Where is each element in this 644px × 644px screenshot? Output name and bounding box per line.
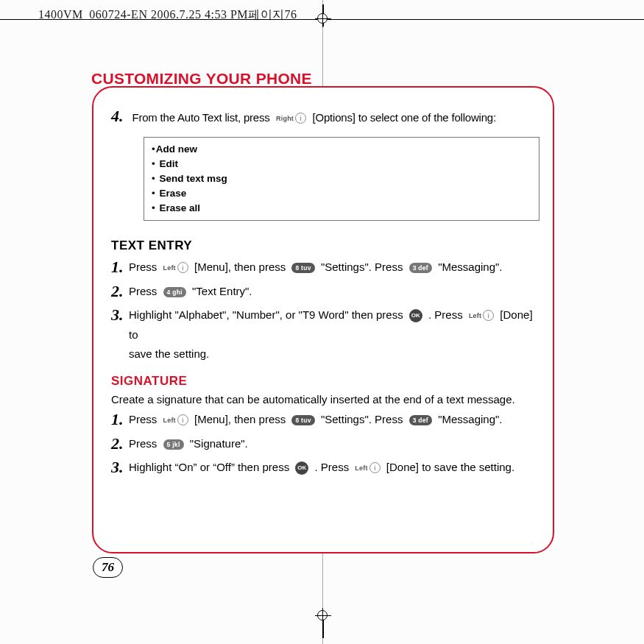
signature-steps: 1. Press Lefti [Menu], then press 8 tuv …: [111, 410, 535, 478]
key-8-icon: 8 tuv: [291, 263, 314, 273]
section-heading-text-entry: TEXT ENTRY: [111, 238, 535, 253]
ok-key-icon: OK: [295, 461, 308, 475]
ok-key-icon: OK: [409, 309, 422, 322]
step-2: 2. Press 4 ghi "Text Entry".: [111, 282, 535, 301]
option-item: Erase: [152, 186, 531, 201]
left-softkey-icon: Lefti: [355, 459, 380, 478]
file-slug: 1400VM_060724-EN 2006.7.25 4:53 PM페이지76: [38, 7, 297, 23]
registration-mark-icon: [317, 610, 328, 620]
step-4: 4. From the Auto Text list, press Righti…: [111, 105, 535, 130]
step-1: 1. Press Lefti [Menu], then press 8 tuv …: [111, 410, 535, 430]
option-item: Edit: [152, 157, 531, 171]
left-softkey-icon: Lefti: [469, 306, 494, 325]
key-3-icon: 3 def: [409, 263, 432, 273]
step-text: From the Auto Text list, press: [132, 111, 269, 124]
step-3: 3. Highlight “On” or “Off” then press OK…: [111, 458, 535, 478]
right-softkey-icon: Righti: [276, 107, 306, 130]
key-8-icon: 8 tuv: [291, 415, 314, 425]
option-item: Send text msg: [152, 171, 531, 186]
section-description: Create a signature that can be automatic…: [111, 393, 535, 406]
step-number: 4.: [111, 105, 129, 127]
section-heading-signature: SIGNATURE: [111, 374, 535, 389]
option-item: Add new: [152, 142, 531, 157]
left-softkey-icon: Lefti: [163, 258, 188, 277]
option-item: Erase all: [152, 201, 531, 216]
step-3: 3. Highlight "Alphabet", "Number", or "T…: [111, 305, 535, 364]
content-frame: 4. From the Auto Text list, press Righti…: [92, 86, 554, 553]
key-3-icon: 3 def: [409, 415, 432, 425]
key-4-icon: 4 ghi: [163, 287, 186, 297]
left-softkey-icon: Lefti: [163, 411, 188, 430]
registration-mark-icon: [317, 13, 328, 24]
options-box: Add new Edit Send text msg Erase Erase a…: [144, 137, 539, 221]
text-entry-steps: 1. Press Lefti [Menu], then press 8 tuv …: [111, 258, 535, 364]
step-1: 1. Press Lefti [Menu], then press 8 tuv …: [111, 258, 535, 277]
step-2: 2. Press 5 jkl "Signature".: [111, 434, 535, 453]
key-5-icon: 5 jkl: [163, 439, 184, 450]
step-text: [Options] to select one of the following…: [313, 111, 496, 124]
page-number: 76: [93, 557, 123, 578]
page-title: CUSTOMIZING YOUR PHONE: [91, 70, 312, 88]
